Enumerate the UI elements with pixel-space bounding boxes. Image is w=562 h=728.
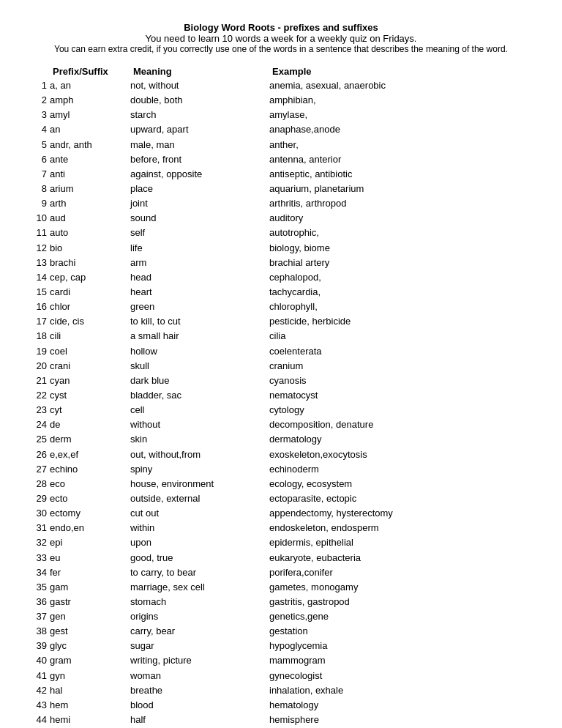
page-subtitle: You need to learn 10 words a week for a …	[29, 33, 533, 44]
table-row: 11 auto self autotrophic,	[29, 226, 533, 240]
row-meaning: before, front	[130, 152, 269, 167]
row-example: cephalopod,	[269, 270, 533, 285]
row-meaning: a small hair	[130, 329, 269, 343]
row-example: gastritis, gastropod	[269, 595, 533, 609]
row-example: brachial artery	[269, 256, 533, 270]
row-example: hemisphere	[269, 713, 533, 727]
row-meaning: upward, apart	[130, 122, 269, 137]
row-example: anemia, asexual, anaerobic	[269, 78, 533, 93]
table-row: 35 gam marriage, sex cell gametes, monog…	[29, 580, 533, 595]
table-row: 5 andr, anth male, man anther,	[29, 138, 533, 152]
row-prefix: amyl	[50, 108, 130, 122]
row-example: echinoderm	[269, 462, 533, 477]
page-instruction: You can earn extra credit, if you correc…	[29, 44, 533, 54]
row-prefix: glyc	[50, 639, 130, 653]
row-meaning: house, environment	[130, 477, 269, 491]
table-row: 10 aud sound auditory	[29, 211, 533, 226]
row-number: 28	[29, 477, 50, 491]
table-header: Prefix/Suffix Meaning Example	[29, 66, 533, 77]
row-number: 12	[29, 241, 50, 256]
table-row: 26 e,ex,ef out, without,from exoskeleton…	[29, 447, 533, 462]
table-row: 42 hal breathe inhalation, exhale	[29, 683, 533, 698]
row-example: tachycardia,	[269, 285, 533, 300]
table-row: 13 brachi arm brachial artery	[29, 256, 533, 270]
row-example: genetics,gene	[269, 609, 533, 624]
table-row: 3 amyl starch amylase,	[29, 108, 533, 122]
table-row: 15 cardi heart tachycardia,	[29, 285, 533, 300]
row-meaning: to carry, to bear	[130, 565, 269, 580]
row-prefix: epi	[50, 535, 130, 550]
row-number: 2	[29, 93, 50, 108]
row-meaning: within	[130, 521, 269, 535]
row-meaning: arm	[130, 256, 269, 270]
table-row: 16 chlor green chlorophyll,	[29, 300, 533, 314]
prefix-column-header: Prefix/Suffix	[53, 66, 133, 77]
row-prefix: amph	[50, 93, 130, 108]
table-row: 12 bio life biology, biome	[29, 241, 533, 256]
table-row: 39 glyc sugar hypoglycemia	[29, 639, 533, 653]
row-prefix: ante	[50, 152, 130, 167]
row-number: 39	[29, 639, 50, 653]
row-meaning: green	[130, 300, 269, 314]
row-prefix: coel	[50, 344, 130, 359]
meaning-column-header: Meaning	[133, 66, 272, 77]
row-example: pesticide, herbicide	[269, 314, 533, 329]
row-prefix: a, an	[50, 78, 130, 93]
row-prefix: bio	[50, 241, 130, 256]
row-prefix: cyt	[50, 403, 130, 417]
row-number: 6	[29, 152, 50, 167]
row-example: mammogram	[269, 653, 533, 668]
table-row: 43 hem blood hematology	[29, 698, 533, 713]
table-row: 20 crani skull cranium	[29, 359, 533, 374]
row-prefix: arium	[50, 182, 130, 196]
row-meaning: self	[130, 226, 269, 240]
row-meaning: dark blue	[130, 374, 269, 388]
table-row: 34 fer to carry, to bear porifera,conife…	[29, 565, 533, 580]
row-number: 19	[29, 344, 50, 359]
row-prefix: andr, anth	[50, 138, 130, 152]
row-number: 27	[29, 462, 50, 477]
row-prefix: chlor	[50, 300, 130, 314]
row-meaning: origins	[130, 609, 269, 624]
table-row: 1 a, an not, without anemia, asexual, an…	[29, 78, 533, 93]
row-meaning: head	[130, 270, 269, 285]
table-row: 6 ante before, front antenna, anterior	[29, 152, 533, 167]
table-row: 25 derm skin dermatology	[29, 432, 533, 447]
row-prefix: cili	[50, 329, 130, 343]
row-prefix: cyan	[50, 374, 130, 388]
row-example: anther,	[269, 138, 533, 152]
row-prefix: auto	[50, 226, 130, 240]
table-row: 4 an upward, apart anaphase,anode	[29, 122, 533, 137]
row-meaning: skin	[130, 432, 269, 447]
row-number: 33	[29, 551, 50, 565]
row-prefix: cep, cap	[50, 270, 130, 285]
row-number: 23	[29, 403, 50, 417]
table-row: 36 gastr stomach gastritis, gastropod	[29, 595, 533, 609]
row-meaning: skull	[130, 359, 269, 374]
row-number: 8	[29, 182, 50, 196]
table-row: 17 cide, cis to kill, to cut pesticide, …	[29, 314, 533, 329]
row-number: 15	[29, 285, 50, 300]
row-meaning: not, without	[130, 78, 269, 93]
row-example: gestation	[269, 624, 533, 639]
row-prefix: anti	[50, 167, 130, 182]
row-number: 21	[29, 374, 50, 388]
row-meaning: sound	[130, 211, 269, 226]
row-example: gametes, monogamy	[269, 580, 533, 595]
row-meaning: out, without,from	[130, 447, 269, 462]
row-number: 34	[29, 565, 50, 580]
row-example: gynecologist	[269, 669, 533, 683]
row-example: arthritis, arthropod	[269, 196, 533, 211]
row-meaning: without	[130, 417, 269, 432]
row-example: cyanosis	[269, 374, 533, 388]
row-meaning: blood	[130, 698, 269, 713]
row-number: 29	[29, 491, 50, 506]
row-example: aquarium, planetarium	[269, 182, 533, 196]
row-prefix: gest	[50, 624, 130, 639]
row-meaning: to kill, to cut	[130, 314, 269, 329]
table-row: 9 arth joint arthritis, arthropod	[29, 196, 533, 211]
row-number: 43	[29, 698, 50, 713]
row-prefix: brachi	[50, 256, 130, 270]
row-example: autotrophic,	[269, 226, 533, 240]
row-example: eukaryote, eubacteria	[269, 551, 533, 565]
